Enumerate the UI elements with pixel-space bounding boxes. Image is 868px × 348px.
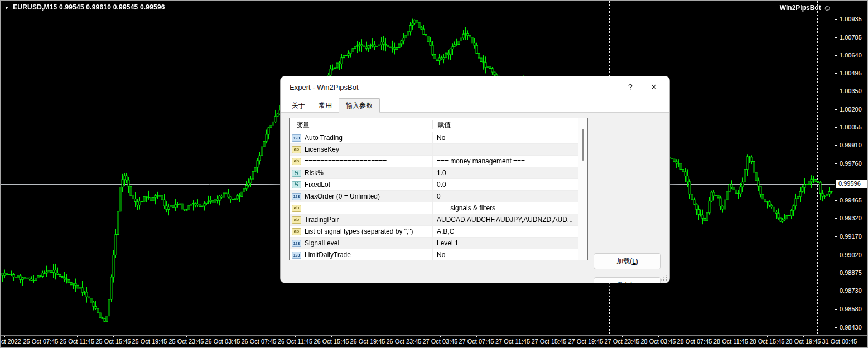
price-label: 1.00785: [840, 34, 862, 41]
price-tick: [835, 109, 837, 110]
price-label: 0.99910: [840, 142, 862, 148]
price-tick: [835, 37, 837, 38]
param-name-cell: ab=====================: [292, 156, 432, 167]
smiley-icon: ☺: [823, 3, 831, 12]
time-tick: [150, 336, 150, 337]
column-divider: [432, 179, 433, 190]
param-row[interactable]: ½Risk%1.0: [290, 167, 587, 179]
param-name-cell: ½Risk%: [292, 167, 432, 178]
time-tick: [223, 336, 223, 337]
time-tick: [440, 336, 441, 337]
param-name-cell: 123SignalLevel: [292, 238, 432, 249]
param-value[interactable]: AUDCAD,AUDCHF,AUDJPY,AUDNZD,AUD...: [437, 214, 576, 225]
param-value[interactable]: No: [437, 132, 576, 143]
dialog-content: 变量 赋值 123Auto TradingNoabLicenseKeyab===…: [281, 113, 669, 283]
param-row[interactable]: ab======================== money managem…: [290, 156, 587, 167]
integer-type-icon: 123: [292, 240, 301, 247]
time-tick: [368, 336, 368, 337]
current-price-label: 0.99596: [836, 180, 867, 188]
param-name-cell: 123MaxOrder (0 = Unlimited): [292, 191, 432, 202]
price-tick: [835, 218, 837, 219]
param-name-cell: 123LimitDailyTrade: [292, 249, 432, 260]
time-tick: [259, 336, 259, 337]
param-value[interactable]: A,B,C: [437, 226, 576, 237]
param-row[interactable]: ½FixedLot0.0: [290, 179, 587, 191]
param-value[interactable]: [437, 144, 576, 155]
column-header-variable: 变量: [296, 118, 310, 132]
chevron-down-icon[interactable]: ▼: [4, 6, 9, 11]
time-tick: [113, 336, 114, 337]
save-button[interactable]: 保存(S): [594, 277, 661, 283]
param-name: Risk%: [305, 169, 324, 177]
param-row[interactable]: abList of signal types (separated by ","…: [290, 226, 587, 238]
column-divider: [432, 226, 433, 237]
param-row[interactable]: abTradingPairAUDCAD,AUDCHF,AUDJPY,AUDNZD…: [290, 214, 587, 226]
string-type-icon: ab: [292, 216, 301, 224]
param-value[interactable]: Level 1: [437, 238, 576, 249]
time-label: 31 Oct 00:45: [812, 338, 867, 345]
price-tick: [835, 273, 837, 273]
param-value[interactable]: === money management ===: [437, 156, 576, 167]
param-name-cell: ½FixedLot: [292, 179, 432, 190]
table-scrollbar[interactable]: [578, 118, 587, 260]
param-row[interactable]: 123LimitDailyTradeNo: [290, 249, 587, 260]
time-tick: [4, 336, 5, 337]
column-divider: [432, 202, 433, 214]
param-row[interactable]: ab======================== signals & fil…: [290, 202, 587, 214]
price-tick: [835, 291, 837, 291]
expert-settings-dialog: Expert - Win2PipsBot ? ✕ 关于 常用 输入参数 变量 赋…: [281, 76, 669, 283]
dialog-titlebar[interactable]: Expert - Win2PipsBot ? ✕: [281, 76, 669, 98]
integer-type-icon: 123: [292, 252, 301, 259]
string-type-icon: ab: [292, 146, 301, 153]
column-header-value: 赋值: [437, 118, 451, 132]
double-type-icon: ½: [292, 170, 301, 177]
time-tick: [767, 336, 768, 337]
param-name: Auto Trading: [305, 134, 343, 142]
column-divider: [432, 238, 433, 249]
tab-inputs[interactable]: 输入参数: [339, 98, 380, 113]
param-row[interactable]: 123Auto TradingNo: [290, 132, 587, 144]
time-axis[interactable]: 25 Oct 202225 Oct 07:4525 Oct 11:4525 Oc…: [1, 335, 867, 347]
help-button[interactable]: ?: [619, 83, 642, 91]
load-button[interactable]: 加载(L): [594, 253, 661, 269]
price-label: 0.99465: [840, 197, 862, 204]
price-tick: [835, 327, 837, 328]
time-tick: [622, 336, 623, 337]
column-divider: [432, 144, 433, 155]
time-tick: [41, 336, 41, 337]
price-tick: [835, 163, 837, 164]
column-divider: [432, 167, 433, 178]
time-tick: [658, 336, 659, 337]
param-value[interactable]: 0.0: [437, 179, 576, 190]
price-label: 0.98580: [840, 306, 862, 312]
price-axis[interactable]: 1.009351.007851.006401.004951.003501.002…: [835, 1, 867, 335]
tab-about[interactable]: 关于: [285, 99, 312, 112]
price-tick: [835, 255, 837, 255]
tab-common[interactable]: 常用: [312, 99, 339, 112]
price-label: 1.00935: [840, 16, 862, 22]
param-row[interactable]: 123SignalLevelLevel 1: [290, 238, 587, 249]
param-row[interactable]: 123MaxOrder (0 = Unlimited)0: [290, 191, 587, 202]
price-label: 1.00200: [840, 106, 862, 113]
param-row[interactable]: abLicenseKey: [290, 144, 587, 156]
dialog-tabs: 关于 常用 输入参数: [281, 98, 669, 113]
price-tick: [835, 200, 837, 201]
symbol-ohlc-text: EURUSD,M15 0.99545 0.99610 0.99545 0.995…: [13, 3, 165, 11]
scrollbar-thumb[interactable]: [582, 129, 584, 161]
time-tick: [295, 336, 296, 337]
price-tick: [835, 309, 837, 310]
string-type-icon: ab: [292, 228, 301, 235]
close-button[interactable]: ✕: [642, 83, 666, 91]
param-value[interactable]: No: [437, 249, 576, 260]
param-name: MaxOrder (0 = Unlimited): [305, 192, 380, 200]
time-tick: [803, 336, 804, 337]
time-tick: [513, 336, 513, 337]
string-type-icon: ab: [292, 205, 301, 212]
column-divider: [432, 214, 433, 225]
param-value[interactable]: 0: [437, 191, 576, 202]
param-value[interactable]: 1.0: [437, 167, 576, 178]
price-label: 0.99320: [840, 215, 862, 221]
resize-grip[interactable]: [662, 276, 667, 281]
param-value[interactable]: === signals & filters ===: [437, 202, 576, 214]
param-name: TradingPair: [305, 216, 339, 224]
